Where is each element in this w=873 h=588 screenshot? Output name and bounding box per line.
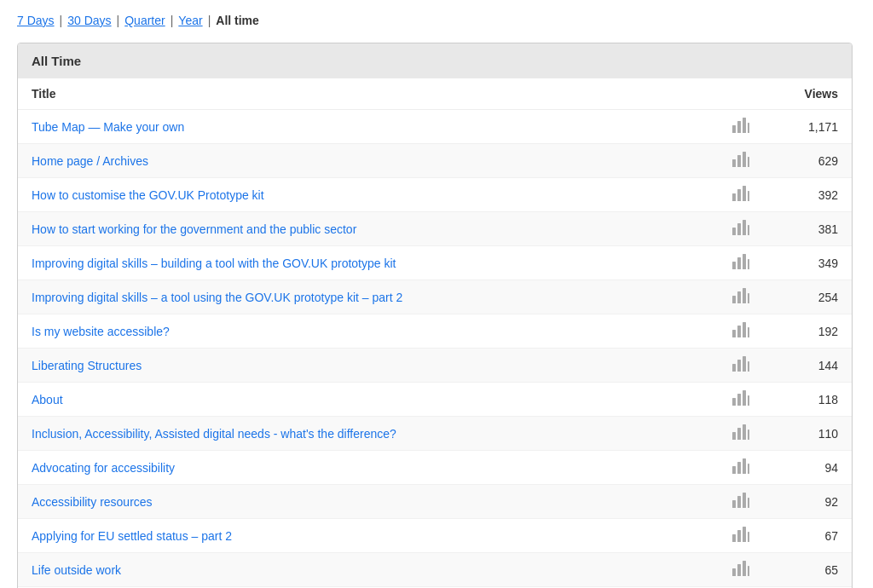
chart-column-header: [726, 78, 756, 110]
row-title: Life outside work: [18, 553, 726, 587]
row-title: Improving digital skills – a tool using …: [18, 280, 726, 314]
views-column-header: Views: [756, 78, 852, 110]
row-title-link[interactable]: How to customise the GOV.UK Prototype ki…: [32, 188, 264, 202]
svg-rect-45: [737, 496, 741, 508]
row-title-link[interactable]: About: [32, 393, 63, 406]
table-row: How to start working for the government …: [18, 212, 852, 246]
svg-rect-55: [748, 566, 749, 576]
table-header-row: Title Views: [18, 78, 852, 110]
svg-rect-16: [732, 262, 736, 269]
svg-rect-31: [748, 361, 749, 372]
row-chart-icon: [726, 519, 756, 553]
bar-chart-svg: [731, 287, 750, 304]
row-chart-icon: [726, 212, 756, 246]
svg-rect-37: [737, 428, 741, 440]
row-title-link[interactable]: Applying for EU settled status – part 2: [32, 529, 232, 543]
row-views: 92: [756, 485, 852, 519]
bar-chart-svg: [731, 526, 750, 543]
row-title-link[interactable]: Tube Map — Make your own: [32, 120, 184, 134]
table-row: Inclusion, Accessibility, Assisted digit…: [18, 417, 852, 451]
row-title-link[interactable]: Liberating Structures: [32, 359, 142, 372]
svg-rect-22: [743, 288, 746, 303]
svg-rect-51: [748, 532, 749, 542]
bar-chart-svg: [731, 151, 750, 168]
table-row: Applying for EU settled status – part 2 …: [18, 519, 852, 553]
table-row: About 118: [18, 383, 852, 417]
table-row: Is my website accessible? 192: [18, 314, 852, 349]
table-row: Liberating Structures 144: [18, 349, 852, 383]
row-title: About: [18, 383, 726, 417]
row-title-link[interactable]: Home page / Archives: [32, 154, 148, 168]
svg-rect-38: [743, 424, 746, 440]
row-chart-icon: [726, 349, 756, 383]
svg-rect-44: [732, 500, 736, 508]
row-title-link[interactable]: Accessibility resources: [32, 495, 153, 509]
svg-rect-36: [732, 432, 736, 440]
bar-chart-svg: [731, 253, 750, 270]
bar-chart-svg: [731, 117, 750, 134]
row-views: 94: [756, 451, 852, 485]
bar-chart-svg: [731, 389, 750, 406]
row-title-link[interactable]: Is my website accessible?: [32, 325, 170, 338]
stats-table: Title Views Tube Map — Make your own 1,1…: [18, 78, 852, 588]
svg-rect-9: [737, 189, 741, 201]
separator-2: |: [117, 14, 120, 27]
all-time-section: All Time Title Views Tube Map — Make you…: [17, 43, 853, 588]
row-views: 144: [756, 349, 852, 383]
row-title: Liberating Structures: [18, 349, 726, 383]
filter-year[interactable]: Year: [178, 14, 202, 27]
row-chart-icon: [726, 553, 756, 587]
row-title-link[interactable]: How to start working for the government …: [32, 222, 356, 236]
bar-chart-svg: [731, 219, 750, 236]
table-row: Advocating for accessibility 94: [18, 451, 852, 485]
svg-rect-53: [737, 564, 741, 576]
row-chart-icon: [726, 417, 756, 451]
row-chart-icon: [726, 383, 756, 417]
row-chart-icon: [726, 110, 756, 144]
row-title: How to start working for the government …: [18, 212, 726, 246]
svg-rect-26: [743, 322, 746, 337]
filter-7days[interactable]: 7 Days: [17, 14, 55, 27]
svg-rect-6: [743, 152, 746, 167]
svg-rect-0: [732, 125, 736, 133]
svg-rect-42: [743, 458, 746, 474]
table-row: Tube Map — Make your own 1,171: [18, 110, 852, 144]
svg-rect-46: [743, 493, 746, 508]
title-column-header: Title: [18, 78, 726, 110]
svg-rect-50: [743, 527, 746, 542]
table-row: Accessibility resources 92: [18, 485, 852, 519]
table-row: How to customise the GOV.UK Prototype ki…: [18, 178, 852, 212]
row-views: 192: [756, 314, 852, 349]
row-title-link[interactable]: Advocating for accessibility: [32, 461, 175, 475]
svg-rect-32: [732, 398, 736, 406]
time-filter: 7 Days | 30 Days | Quarter | Year | All …: [17, 14, 856, 27]
row-title-link[interactable]: Inclusion, Accessibility, Assisted digit…: [32, 427, 396, 441]
svg-rect-8: [732, 193, 736, 201]
bar-chart-svg: [731, 321, 750, 338]
row-title-link[interactable]: Improving digital skills – a tool using …: [32, 291, 402, 304]
svg-rect-39: [748, 429, 749, 440]
svg-rect-48: [732, 534, 736, 542]
row-chart-icon: [726, 451, 756, 485]
filter-quarter[interactable]: Quarter: [124, 14, 165, 27]
svg-rect-15: [748, 225, 749, 235]
filter-30days[interactable]: 30 Days: [67, 14, 111, 27]
row-title-link[interactable]: Life outside work: [32, 563, 121, 577]
svg-rect-30: [743, 356, 746, 372]
svg-rect-11: [748, 191, 749, 201]
row-views: 629: [756, 144, 852, 178]
svg-rect-17: [737, 257, 741, 269]
row-chart-icon: [726, 178, 756, 212]
svg-rect-25: [737, 326, 741, 337]
bar-chart-svg: [731, 355, 750, 372]
row-title: Inclusion, Accessibility, Assisted digit…: [18, 417, 726, 451]
row-title: Home page / Archives: [18, 144, 726, 178]
bar-chart-svg: [731, 458, 750, 475]
row-chart-icon: [726, 314, 756, 349]
bar-chart-svg: [731, 424, 750, 441]
separator-4: |: [208, 14, 211, 27]
table-row: Home page / Archives 629: [18, 144, 852, 178]
row-title: Improving digital skills – building a to…: [18, 246, 726, 280]
row-title: Applying for EU settled status – part 2: [18, 519, 726, 553]
row-title-link[interactable]: Improving digital skills – building a to…: [32, 257, 396, 270]
